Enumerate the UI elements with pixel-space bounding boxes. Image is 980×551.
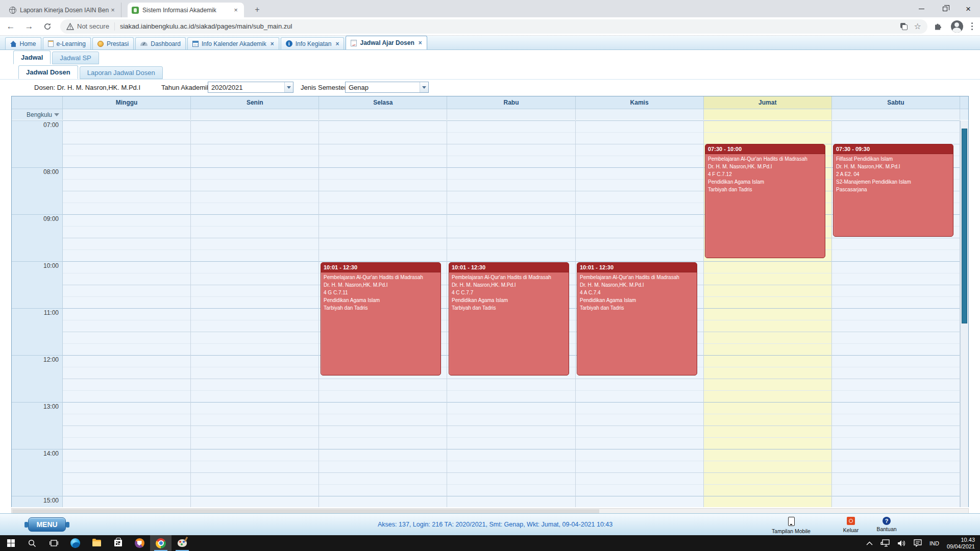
clock-date: 09/04/2021	[947, 543, 975, 550]
app-tab-jadwal-ajar-dosen[interactable]: Jadwal Ajar Dosen ×	[346, 36, 427, 49]
task-view-button[interactable]	[43, 535, 64, 551]
browser-menu-icon[interactable]	[971, 22, 973, 30]
back-button[interactable]: ←	[3, 19, 18, 34]
taskbar-clock[interactable]: 10.43 09/04/2021	[947, 537, 975, 550]
tahun-akademik-select[interactable]: 2020/2021	[208, 82, 293, 93]
calendar-grid: 07:00 08:00 09:00 10:00 11:00 12:00 13:0…	[12, 120, 968, 507]
event-program: Pendidikan Agama Islam	[449, 295, 569, 303]
tab-laporan-jadwal-dosen[interactable]: Laporan Jadwal Dosen	[80, 66, 163, 79]
jenis-semester-label: Jenis Semester:	[301, 84, 348, 91]
app-tab-label: Prestasi	[107, 40, 129, 47]
extensions-puzzle-icon[interactable]	[934, 22, 943, 31]
minimize-button[interactable]	[910, 0, 933, 17]
schedule-calendar: Minggu Senin Selasa Rabu Kamis Jumat Sab…	[11, 96, 969, 507]
app-tab-info-kalender[interactable]: Info Kalender Akademik ×	[187, 37, 279, 49]
dropdown-button[interactable]	[420, 82, 428, 92]
tampilan-mobile-button[interactable]: Tampilan Mobile	[763, 517, 819, 534]
paint-button[interactable]	[172, 535, 193, 551]
vertical-scrollbar[interactable]	[960, 120, 968, 507]
network-icon[interactable]	[880, 539, 890, 547]
not-secure-warning-icon	[66, 23, 74, 30]
tab-close-icon[interactable]: ×	[419, 39, 422, 46]
start-button[interactable]	[0, 535, 21, 551]
tab-jadwal-dosen[interactable]: Jadwal Dosen	[18, 65, 78, 79]
chrome-button[interactable]	[150, 535, 172, 551]
scrollbar-thumb[interactable]	[962, 129, 967, 323]
event-lecturer: Dr. H. M. Nasron,HK. M.Pd.I	[449, 280, 569, 288]
scrollbar-thumb[interactable]	[12, 509, 599, 513]
all-day-cell[interactable]	[63, 109, 191, 120]
menu-button[interactable]: MENU	[28, 517, 66, 532]
tab-close-icon[interactable]: ×	[271, 40, 274, 47]
action-center-icon[interactable]	[914, 539, 922, 547]
bookmark-star-icon[interactable]: ☆	[914, 22, 921, 31]
profile-avatar[interactable]	[951, 20, 963, 33]
security-label: Not secure	[77, 22, 109, 30]
all-day-cell[interactable]	[447, 109, 575, 120]
event-program: Pendidikan Agama Islam	[321, 295, 440, 303]
all-day-cell[interactable]	[319, 109, 447, 120]
time-label: 12:00	[43, 356, 59, 363]
jenis-semester-select[interactable]: Genap	[345, 82, 429, 93]
time-label: 07:00	[43, 121, 59, 129]
calendar-event-rabu[interactable]: 10:01 - 12:30 Pembelajaran Al-Qur'an Had…	[449, 262, 569, 375]
chrome-icon	[156, 538, 166, 548]
language-indicator[interactable]: IND	[929, 540, 939, 546]
avast-browser-button[interactable]	[129, 535, 150, 551]
translate-icon[interactable]	[900, 23, 908, 30]
app-tab-label: Info Kalender Akademik	[202, 40, 266, 47]
address-bar[interactable]: Not secure siakad.iainbengkulu.ac.id/sia…	[60, 19, 927, 34]
browser-toolbar: ← → Not secure siakad.iainbengkulu.ac.id…	[0, 17, 980, 36]
restore-icon	[943, 7, 947, 11]
new-tab-button[interactable]: +	[251, 4, 263, 16]
minimize-icon	[919, 9, 924, 9]
edge-button[interactable]	[64, 535, 86, 551]
calendar-event-kamis[interactable]: 10:01 - 12:30 Pembelajaran Al-Qur'an Had…	[577, 262, 697, 375]
dropdown-button[interactable]	[284, 82, 293, 92]
app-tab-elearning[interactable]: e-Learning	[43, 37, 91, 49]
calendar-event-selasa[interactable]: 10:01 - 12:30 Pembelajaran Al-Qur'an Had…	[321, 262, 441, 375]
all-day-cell-jumat[interactable]	[704, 109, 832, 120]
tab-jadwal-sp[interactable]: Jadwal SP	[52, 52, 99, 64]
close-button[interactable]: ×	[957, 0, 980, 17]
browser-tab-siakad[interactable]: Sistem Informasi Akademik ×	[128, 3, 244, 17]
app-tab-home[interactable]: Home	[5, 37, 41, 49]
restore-button[interactable]	[933, 0, 957, 17]
calendar-event-sabtu[interactable]: 07:30 - 09:30 Filfasat Pendidikan Islam …	[833, 144, 953, 237]
all-day-cell[interactable]	[191, 109, 319, 120]
all-day-cell[interactable]	[832, 109, 960, 120]
event-lecturer: Dr. H. M. Nasron,HK. M.Pd.I	[321, 280, 440, 288]
time-gutter: 07:00 08:00 09:00 10:00 11:00 12:00 13:0…	[12, 120, 63, 507]
search-button[interactable]	[21, 535, 43, 551]
timezone-cell[interactable]: Bengkulu	[12, 109, 63, 120]
forward-button[interactable]: →	[21, 19, 37, 34]
event-program: Pendidikan Agama Islam	[705, 177, 825, 185]
app-tab-prestasi[interactable]: Prestasi	[92, 37, 134, 49]
file-explorer-button[interactable]	[86, 535, 107, 551]
volume-icon[interactable]	[897, 540, 906, 547]
all-day-row: Bengkulu	[12, 109, 968, 120]
mobile-phone-icon	[788, 517, 795, 526]
tab-jadwal[interactable]: Jadwal	[13, 51, 51, 64]
elearning-icon	[48, 40, 54, 47]
app-tab-info-kegiatan[interactable]: i Info Kegiatan ×	[281, 37, 345, 49]
tab-close-icon[interactable]: ×	[109, 6, 117, 14]
action-label: Bantuan	[859, 526, 915, 532]
calendar-event-jumat[interactable]: 07:30 - 10:00 Pembelajaran Al-Qur'an Had…	[705, 144, 825, 258]
tab-close-icon[interactable]: ×	[335, 40, 339, 47]
all-day-cell[interactable]	[576, 109, 704, 120]
event-lecturer: Dr. H. M. Nasron,HK. M.Pd.I	[834, 162, 953, 169]
app-tab-dashboard[interactable]: Dashboard	[135, 37, 186, 49]
tab-close-icon[interactable]: ×	[232, 6, 240, 14]
home-icon	[10, 41, 17, 47]
tray-chevron-up-icon[interactable]	[866, 541, 873, 545]
gauge-icon	[140, 42, 148, 46]
microsoft-store-button[interactable]	[107, 535, 129, 551]
day-column-senin[interactable]	[191, 120, 319, 507]
event-course: Pembelajaran Al-Qur'an Hadits di Madrasa…	[449, 272, 569, 280]
reload-button[interactable]	[40, 19, 55, 34]
url-text[interactable]: siakad.iainbengkulu.ac.id/siakad/pages/m…	[120, 22, 896, 30]
browser-tab-laporan[interactable]: Laporan Kinerja Dosen IAIN Beng ×	[5, 3, 121, 17]
day-column-minggu[interactable]	[63, 120, 191, 507]
bantuan-button[interactable]: ? Bantuan	[859, 517, 915, 532]
